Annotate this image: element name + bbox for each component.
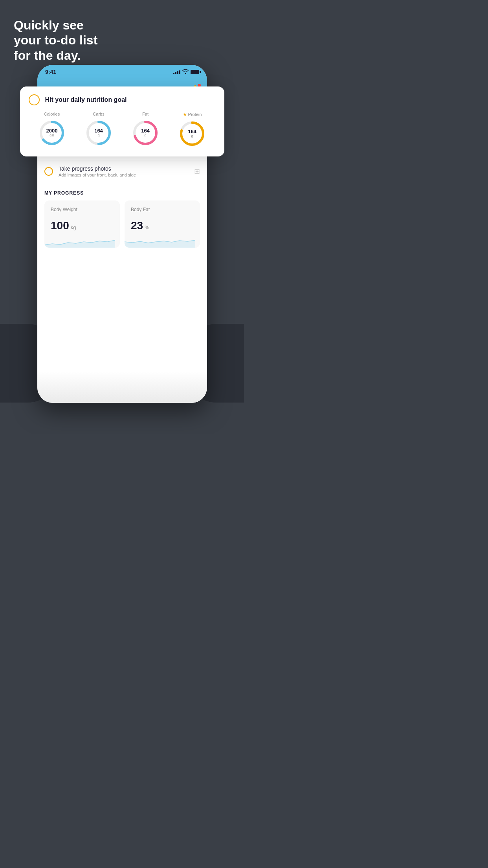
battery-icon — [191, 70, 199, 74]
body-fat-value: 23 — [131, 219, 143, 232]
progress-section: MY PROGRESS Body Weight 100 kg Body Fat — [37, 182, 207, 248]
body-fat-sparkline — [125, 234, 195, 248]
fat-unit: g — [141, 134, 150, 138]
fat-donut: 164 g — [131, 119, 160, 147]
nutrition-row: Calories 2000 cal Carbs — [29, 112, 216, 148]
todo-item-photos[interactable]: Take progress photos Add images of your … — [37, 160, 207, 182]
status-icons — [173, 69, 199, 75]
calories-label: Calories — [44, 112, 60, 116]
fat-value: 164 — [141, 128, 150, 134]
status-bar: 9:41 — [37, 65, 207, 79]
carbs-label: Carbs — [93, 112, 104, 116]
body-fat-unit: % — [145, 224, 149, 230]
card-title: Hit your daily nutrition goal — [45, 96, 127, 103]
photo-icon: ⊞ — [194, 167, 200, 176]
progress-title: MY PROGRESS — [44, 190, 200, 196]
wifi-icon — [182, 69, 189, 75]
card-header: Hit your daily nutrition goal — [29, 94, 216, 105]
body-fat-card[interactable]: Body Fat 23 % — [125, 200, 200, 248]
calories-donut: 2000 cal — [38, 119, 66, 147]
body-weight-card[interactable]: Body Weight 100 kg — [44, 200, 120, 248]
body-weight-value: 100 — [51, 219, 69, 232]
headline: Quickly see your to-do list for the day. — [14, 18, 97, 63]
body-fat-label: Body Fat — [131, 207, 194, 212]
todo-circle-photos — [44, 167, 53, 176]
carbs-unit: g — [94, 134, 103, 138]
carbs-donut: 164 g — [84, 119, 113, 147]
carbs-value: 164 — [94, 128, 103, 134]
progress-cards: Body Weight 100 kg Body Fat 23 % — [44, 200, 200, 248]
star-icon: ★ — [183, 112, 187, 117]
nutrition-calories: Calories 2000 cal — [38, 112, 66, 147]
body-weight-unit: kg — [71, 224, 76, 230]
todo-title-photos: Take progress photos — [59, 166, 189, 172]
body-weight-sparkline — [44, 234, 115, 248]
calories-value: 2000 — [46, 128, 58, 134]
phone-bottom-shadow — [37, 371, 207, 403]
protein-unit: g — [188, 134, 196, 138]
floating-nutrition-card: Hit your daily nutrition goal Calories 2… — [20, 86, 224, 156]
todo-sub-photos: Add images of your front, back, and side — [59, 173, 189, 177]
todo-text-photos: Take progress photos Add images of your … — [59, 166, 189, 177]
status-time: 9:41 — [45, 69, 56, 75]
body-fat-value-row: 23 % — [131, 219, 194, 232]
card-circle-check — [29, 94, 40, 105]
body-weight-value-row: 100 kg — [51, 219, 114, 232]
protein-label: ★ Protein — [183, 112, 202, 117]
nutrition-fat: Fat 164 g — [131, 112, 160, 147]
body-weight-label: Body Weight — [51, 207, 114, 212]
signal-icon — [173, 70, 180, 74]
protein-donut: 164 g — [178, 120, 206, 148]
nutrition-protein: ★ Protein 164 g — [178, 112, 206, 148]
calories-unit: cal — [46, 134, 58, 138]
nutrition-carbs: Carbs 164 g — [84, 112, 113, 147]
protein-value: 164 — [188, 129, 196, 134]
fat-label: Fat — [142, 112, 149, 116]
